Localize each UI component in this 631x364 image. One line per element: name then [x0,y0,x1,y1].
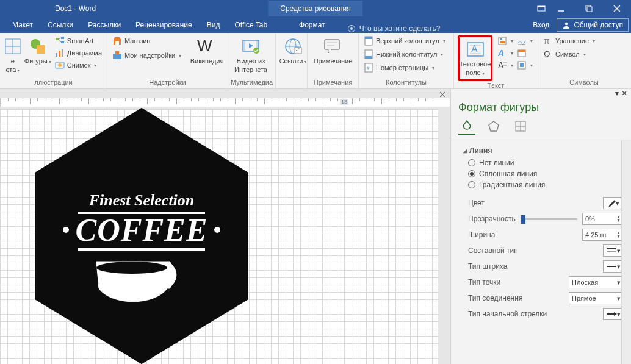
close-button[interactable] [603,0,631,17]
pane-scrollbar[interactable] [621,140,631,364]
svg-rect-52 [500,38,502,40]
comment-label: Примечание [314,57,353,65]
hexagon-logo-shape[interactable]: Finest Selection COFFEE [29,108,254,364]
date-time-button[interactable] [516,48,534,59]
share-label: Общий доступ [574,21,623,29]
wikipedia-button[interactable]: W Википедия [190,35,224,66]
my-addins-button[interactable]: Мои надстройки [111,50,182,61]
svg-text:π: π [544,36,550,46]
svg-rect-26 [113,54,121,59]
compound-label: Составной тип [468,246,518,255]
tell-me-search[interactable]: Что вы хотите сделать? [347,24,441,33]
svg-rect-60 [518,50,525,52]
chart-button[interactable]: Диаграмма [54,48,103,59]
video-icon [241,37,261,56]
header-button[interactable]: Верхний колонтитул [362,35,447,46]
store-button[interactable]: Магазин [111,35,182,46]
tell-me-placeholder: Что вы хотите сделать? [359,24,441,33]
document-area: 18 Finest Selection COFFEE [0,89,450,364]
tab-layout[interactable]: Макет [5,18,40,33]
chart-icon [55,48,65,58]
section-line-header[interactable]: Линия [463,144,624,157]
maximize-button[interactable] [575,0,603,17]
svg-point-70 [63,227,69,233]
signature-line-button[interactable] [516,35,534,46]
smartart-button[interactable]: SmartArt [54,35,103,46]
lbl: е [11,57,15,65]
shapes-button[interactable]: Фигуры [24,35,51,66]
svg-marker-82 [614,312,617,316]
svg-marker-32 [249,43,253,48]
tab-review[interactable]: Рецензирование [128,18,200,33]
join-select[interactable]: Прямое▾ [569,292,624,304]
page-number-button[interactable]: #Номер страницы [362,62,447,73]
signature-icon [517,36,527,46]
quick-parts-button[interactable] [496,35,514,46]
pane-tab-effects[interactable] [485,118,502,135]
text-box-button[interactable]: A Текстовое поле [458,35,492,81]
footer-label: Нижний колонтитул [376,51,437,58]
object-button[interactable] [516,60,534,71]
sign-in-link[interactable]: Вход [533,21,549,29]
group-addins: Магазин Мои надстройки W Википедия Надст… [107,33,228,88]
comment-icon [323,37,343,56]
tab-view[interactable]: Вид [200,18,228,33]
shapes-icon [28,37,48,56]
width-input[interactable]: 4,25 пт▲▼ [582,229,624,241]
pane-close-icon[interactable]: ✕ [621,89,627,98]
equation-icon: π [543,36,553,46]
table-button-edge[interactable]: е ета [4,35,22,75]
color-label: Цвет [468,199,485,207]
group-text: A Текстовое поле A A Тєкст [454,33,538,88]
share-button[interactable]: Общий доступ [557,18,629,32]
page-canvas[interactable]: Finest Selection COFFEE [0,109,438,364]
drop-cap-button[interactable]: A [496,60,514,71]
text-box-icon: A [466,40,485,59]
group-symbols: πУравнение ΩСимвол Символы [538,33,630,88]
tab-references[interactable]: Ссылки [40,18,81,33]
equation-button[interactable]: πУравнение [542,35,596,46]
horizontal-ruler[interactable]: 18 [0,98,450,107]
ruler-mark: 18 [340,99,348,105]
minimize-button[interactable] [547,0,575,17]
links-button[interactable]: Ссылки [279,35,306,66]
text-box-label-2: поле [466,69,484,77]
comment-button[interactable]: Примечание [311,35,355,66]
prop-begin-arrow: Тип начальной стрелки ▾ [463,306,624,322]
svg-rect-1 [538,6,545,7]
svg-point-9 [565,23,568,25]
pane-tab-size[interactable] [512,118,529,135]
transparency-slider[interactable] [521,214,577,224]
header-label: Верхний колонтитул [376,37,439,45]
radio-gradient-line[interactable]: Градиентная линия [463,179,624,190]
group-label: Мультимедиа [228,78,275,87]
symbol-button[interactable]: ΩСимвол [542,49,596,60]
pane-dropdown-icon[interactable]: ▾ [615,89,619,98]
online-video-button[interactable]: Видео из Интернета [232,35,270,74]
group-label: Примечания [308,78,358,87]
tab-mailings[interactable]: Рассылки [81,18,128,33]
object-icon [517,60,527,70]
ribbon-display-options-icon[interactable] [536,4,547,13]
cap-label: Тип точки [468,278,500,287]
radio-no-line[interactable]: Нет линий [463,157,624,168]
svg-point-8 [350,27,353,30]
tab-format[interactable]: Формат [292,18,333,33]
dash-picker[interactable]: ▾ [603,260,624,273]
cap-select[interactable]: Плоская▾ [569,276,624,288]
date-time-icon [517,48,527,58]
begin-arrow-picker[interactable]: ▾ [603,308,624,320]
wordart-button[interactable]: A [496,48,514,59]
pane-tab-fill-line[interactable] [458,118,475,135]
screenshot-button[interactable]: Снимок [54,60,103,71]
transparency-input[interactable]: 0%▲▼ [582,213,624,225]
smartart-icon [55,36,65,46]
quick-parts-icon [497,36,507,46]
text-box-label-1: Текстовое [460,60,491,68]
compound-picker[interactable]: ▾ [603,244,624,257]
footer-button[interactable]: Нижний колонтитул [362,49,447,60]
color-picker[interactable]: ▾ [603,197,624,209]
tab-officetab[interactable]: Office Tab [227,18,275,33]
radio-solid-line[interactable]: Сплошная линия [463,168,624,179]
dash-label: Тип штриха [468,262,507,271]
